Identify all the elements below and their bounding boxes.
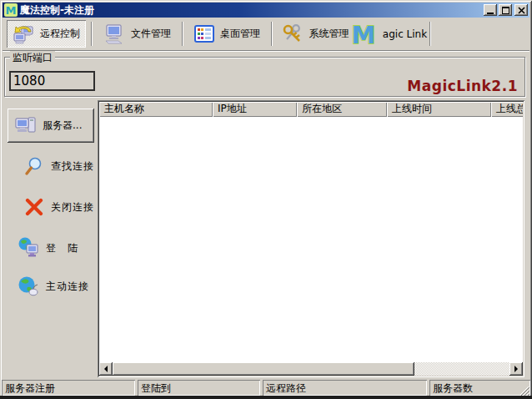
toolbar-button-label: agic Link [383, 28, 427, 40]
toolbar-button-magic-link[interactable]: M agic Link [353, 20, 424, 48]
sidebar-button-login[interactable]: 登 陆 [8, 235, 96, 260]
sidebar-button-label: 关闭连接 [51, 200, 94, 215]
list-body[interactable] [99, 117, 523, 362]
app-window: M 魔法控制-未注册 [0, 0, 532, 399]
window-bottom-edge [0, 396, 532, 399]
sidebar-button-active-connect[interactable]: 主动连接 [8, 274, 96, 299]
sidebar-button-label: 查找连接 [51, 159, 94, 174]
close-icon [518, 7, 525, 14]
close-connection-icon [24, 197, 44, 217]
brand-text: MagicLink2.1 [407, 78, 518, 94]
column-header-total-online[interactable]: 上线总 [491, 102, 523, 117]
remote-control-icon [13, 23, 34, 45]
close-button[interactable] [514, 4, 528, 16]
login-globe-icon [18, 237, 39, 259]
toolbar-button-desktop-manager[interactable]: 桌面管理 [188, 20, 266, 48]
sidebar-button-label: 服务器... [43, 119, 82, 133]
scroll-left-icon [101, 366, 108, 372]
listen-port-input[interactable] [9, 71, 95, 91]
column-header-online-time[interactable]: 上线时间 [387, 102, 491, 117]
scroll-right-icon [514, 366, 521, 372]
resize-grip-icon[interactable] [519, 384, 529, 395]
sidebar-button-label: 登 陆 [46, 241, 78, 255]
toolbar-divider [3, 50, 529, 52]
desktop-manager-icon [194, 25, 214, 43]
sidebar-button-close-connection[interactable]: 关闭连接 [8, 194, 96, 220]
active-connect-globe-icon [18, 275, 39, 297]
svg-text:M: M [6, 4, 17, 17]
column-header-region[interactable]: 所在地区 [297, 102, 387, 117]
toolbar-button-label: 文件管理 [131, 27, 171, 41]
toolbar-separator [91, 22, 93, 46]
toolbar-separator [429, 22, 431, 46]
sidebar-button-label: 主动连接 [46, 280, 89, 294]
server-icon [14, 116, 38, 136]
sidebar-button-find-connection[interactable]: 查找连接 [8, 154, 96, 179]
toolbar-button-label: 远程控制 [40, 27, 80, 41]
toolbar-button-remote-control[interactable]: 远程控制 [7, 20, 86, 48]
scrollbar-track[interactable] [113, 362, 509, 376]
horizontal-scrollbar[interactable] [99, 362, 523, 376]
minimize-icon [487, 13, 494, 14]
sidebar-button-server[interactable]: 服务器... [8, 109, 94, 143]
svg-text:M: M [351, 22, 375, 47]
status-panel-server-count: 服务器数 [429, 380, 530, 396]
status-panel-server-register: 服务器注册 [2, 380, 135, 396]
toolbar-button-system-manager[interactable]: 系统管理 [278, 20, 353, 48]
maximize-button[interactable] [499, 4, 512, 16]
column-header-ip-address[interactable]: IP地址 [213, 102, 297, 117]
toolbar-button-file-manager[interactable]: 文件管理 [98, 20, 177, 48]
toolbar-separator [182, 22, 183, 46]
connection-list: 主机名称 IP地址 所在地区 上线时间 上线总 [98, 100, 524, 377]
minimize-button[interactable] [484, 4, 497, 16]
toolbar-button-label: 桌面管理 [220, 27, 260, 41]
toolbar: 远程控制 文件管理 [3, 18, 529, 50]
listen-port-label: 监听端口 [10, 51, 55, 65]
magic-link-m-icon: M [350, 22, 377, 47]
status-panel-remote-path: 远程路径 [263, 380, 427, 396]
listen-port-groupbox: 监听端口 MagicLink2.1 [4, 57, 525, 97]
system-manager-icon [282, 23, 304, 45]
scroll-right-button[interactable] [509, 362, 523, 376]
column-header-hostname[interactable]: 主机名称 [99, 102, 213, 117]
window-title: 魔法控制-未注册 [20, 3, 482, 18]
toolbar-separator [271, 22, 273, 46]
magiclink-m-icon: M [4, 3, 18, 17]
title-bar[interactable]: M 魔法控制-未注册 [3, 3, 529, 18]
status-panel-login-to: 登陆到 [138, 380, 260, 396]
file-manager-icon [103, 23, 125, 45]
toolbar-button-label: 系统管理 [309, 27, 349, 41]
search-icon [24, 156, 44, 176]
list-header: 主机名称 IP地址 所在地区 上线时间 上线总 [99, 102, 523, 117]
scrollbar-thumb[interactable] [113, 362, 414, 376]
maximize-icon [502, 7, 509, 14]
scroll-left-button[interactable] [99, 362, 113, 376]
